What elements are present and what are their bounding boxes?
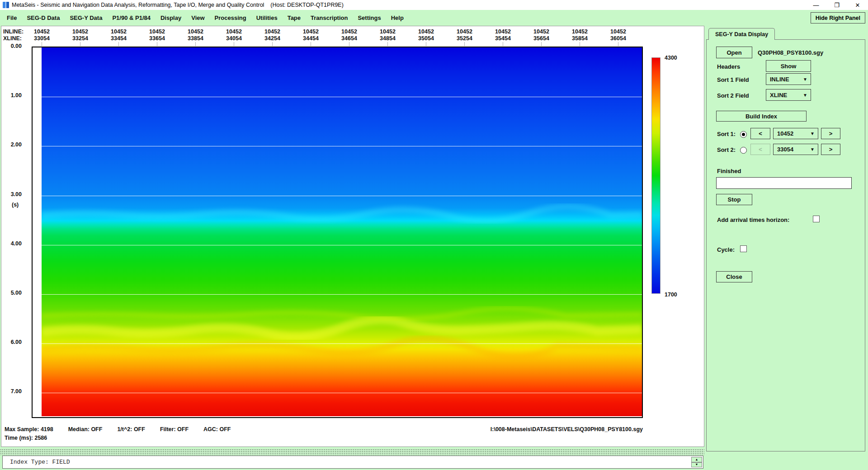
add-horizon-checkbox[interactable] — [813, 216, 820, 222]
colorbar-max-label: 4300 — [665, 55, 677, 61]
xline-value: 33054 — [23, 35, 61, 42]
sort1-field-select[interactable]: INLINE ▼ — [766, 73, 811, 85]
xline-value: 36054 — [599, 35, 637, 42]
sort1-radio[interactable] — [740, 131, 747, 138]
column-tick — [464, 42, 465, 46]
column-tick — [349, 42, 349, 46]
menu-item-transcription[interactable]: Transcription — [306, 14, 353, 21]
menu-item-tape[interactable]: Tape — [283, 14, 306, 21]
tab-segy-data-display[interactable]: SEG-Y Data Display — [708, 28, 775, 40]
chevron-down-icon: ▼ — [810, 147, 815, 152]
velocity-texture-overlay — [42, 47, 642, 416]
time-tick-label: 1.00 — [4, 92, 22, 99]
xline-value: 33454 — [99, 35, 138, 42]
status-time: Time (ms): 2586 — [5, 435, 47, 441]
xline-value: 34654 — [330, 35, 368, 42]
time-gridline — [42, 343, 642, 344]
inline-value: 10452 — [138, 28, 176, 35]
time-tick-label: 0.00 — [4, 43, 22, 49]
time-tick-label: 3.00 — [4, 191, 22, 197]
xline-value: 34054 — [215, 35, 253, 42]
colorbar-min-label: 1700 — [665, 291, 677, 298]
seismic-velocity-image[interactable] — [42, 47, 642, 416]
time-gridline — [42, 294, 642, 295]
sort1-next-button[interactable]: > — [821, 128, 840, 139]
status-item: Filter: OFF — [160, 426, 189, 432]
velocity-colorbar — [651, 57, 660, 294]
menu-item-settings[interactable]: Settings — [353, 14, 386, 21]
cycle-checkbox[interactable] — [740, 245, 747, 252]
column-tick — [311, 42, 311, 46]
inline-value: 10452 — [23, 28, 61, 35]
time-gridline — [42, 245, 642, 245]
menu-item-p1-90-p1-84[interactable]: P1/90 & P1/84 — [107, 14, 156, 21]
hide-right-panel-button[interactable]: Hide Right Panel — [811, 12, 865, 24]
headers-label: Headers — [717, 63, 740, 70]
index-spinner: ▲ ▼ — [691, 457, 702, 467]
sort2-value-select[interactable]: 33054 ▼ — [773, 144, 818, 155]
column-tick — [272, 42, 273, 46]
menu-item-processing[interactable]: Processing — [210, 14, 251, 21]
finished-field[interactable] — [716, 177, 852, 189]
spinner-up-icon[interactable]: ▲ — [691, 457, 702, 462]
xline-value: 33854 — [176, 35, 215, 42]
inline-value: 10452 — [292, 28, 330, 35]
minimize-icon[interactable]: — — [806, 0, 826, 10]
column-tick — [580, 42, 580, 46]
menu-item-view[interactable]: View — [186, 14, 209, 21]
menu-item-display[interactable]: Display — [156, 14, 186, 21]
xline-value: 34454 — [292, 35, 330, 42]
column-tick — [387, 42, 388, 46]
xline-value: 35454 — [484, 35, 522, 42]
inline-value: 10452 — [61, 28, 99, 35]
status-item: AGC: OFF — [203, 426, 231, 432]
menu-item-utilities[interactable]: Utilities — [251, 14, 283, 21]
sort2-prev-button[interactable]: < — [750, 144, 770, 155]
column-tick — [80, 42, 80, 46]
sort2-field-select[interactable]: XLINE ▼ — [766, 89, 811, 101]
column-tick — [234, 42, 234, 46]
sort1-value-select[interactable]: 10452 ▼ — [773, 128, 818, 139]
menu-item-seg-y-data[interactable]: SEG-Y Data — [65, 14, 107, 21]
stop-button[interactable]: Stop — [716, 194, 752, 205]
menu-item-file[interactable]: File — [2, 14, 22, 21]
status-item: 1/t^2: OFF — [117, 426, 145, 432]
title-bar: MetaSeis - Seismic and Navigation Data A… — [0, 0, 868, 10]
inline-value: 10452 — [176, 28, 215, 35]
xline-value: 33254 — [61, 35, 99, 42]
sort2-radio[interactable] — [740, 147, 747, 154]
build-index-button[interactable]: Build Index — [716, 111, 807, 122]
inline-value: 10452 — [253, 28, 292, 35]
menu-item-help[interactable]: Help — [386, 14, 409, 21]
chevron-down-icon: ▼ — [810, 131, 815, 136]
spinner-down-icon[interactable]: ▼ — [691, 462, 702, 468]
sort2-label: Sort 2: — [717, 146, 736, 153]
time-tick-label: 7.00 — [4, 388, 22, 395]
column-tick — [157, 42, 157, 46]
cycle-label: Cycle: — [717, 246, 735, 253]
inline-value: 10452 — [368, 28, 407, 35]
show-headers-button[interactable]: Show — [766, 60, 811, 72]
inline-row-label: INLINE: — [3, 28, 24, 35]
time-gridline — [42, 196, 642, 196]
inline-value: 10452 — [561, 28, 599, 35]
column-tick — [118, 42, 119, 46]
time-tick-label: 2.00 — [4, 141, 22, 148]
open-button[interactable]: Open — [716, 47, 752, 58]
inline-value: 10452 — [330, 28, 368, 35]
sort2-next-button[interactable]: > — [821, 144, 840, 155]
add-horizon-label: Add arrival times horizon: — [717, 216, 789, 223]
column-tick — [426, 42, 426, 46]
close-button[interactable]: Close — [716, 271, 752, 282]
menu-item-seg-d-data[interactable]: SEG-D Data — [22, 14, 65, 21]
close-icon[interactable]: ✕ — [847, 0, 868, 10]
time-gridline — [42, 97, 642, 97]
time-tick-label: 5.00 — [4, 290, 22, 296]
maximize-icon[interactable]: ❐ — [826, 0, 847, 10]
file-path-label: I:\008-Metaseis\DATASETS\VELS\Q30PH08_PS… — [491, 426, 643, 432]
sort1-prev-button[interactable]: < — [750, 128, 770, 139]
column-tick — [42, 42, 42, 46]
time-gridline — [42, 393, 642, 393]
app-icon — [3, 2, 9, 8]
xline-values-row: 3305433254334543365433854340543425434454… — [23, 35, 637, 42]
